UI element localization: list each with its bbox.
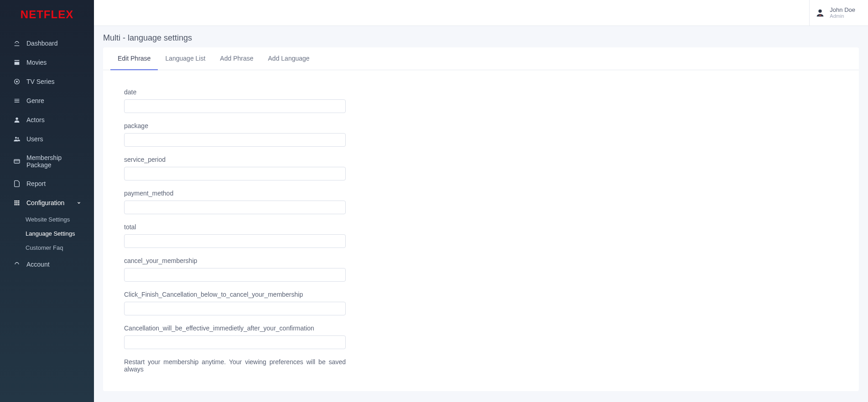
svg-rect-9 [15,202,16,204]
tab-language-list[interactable]: Language List [158,47,213,70]
svg-rect-6 [15,201,16,202]
svg-rect-5 [14,160,20,163]
sidebar-item-label: Actors [26,116,81,124]
page-title: Multi - language settings [94,26,868,47]
field-label: service_period [124,156,447,163]
movie-icon [13,58,21,67]
chevron-down-icon [77,201,81,205]
field-input-service-period[interactable] [124,167,346,180]
field-total: total [124,223,447,248]
sidebar-item-label: Configuration [26,199,77,206]
brand-logo[interactable]: NETFLEX [0,0,94,29]
sidebar-item-label: TV Series [26,78,81,85]
sidebar-item-report[interactable]: Report [0,174,94,193]
field-package: package [124,122,447,147]
field-input-date[interactable] [124,99,346,113]
field-date: date [124,88,447,113]
svg-point-3 [15,137,17,139]
avatar-icon [815,8,825,18]
user-texts: John Doe Admin [830,6,855,20]
list-icon [13,97,21,105]
field-label: date [124,88,447,96]
svg-rect-10 [16,202,18,204]
subnav-item-customer-faq[interactable]: Customer Faq [0,241,94,255]
sidebar-item-genre[interactable]: Genre [0,91,94,110]
people-icon [13,135,21,143]
subnav-item-language-settings[interactable]: Language Settings [0,227,94,241]
svg-rect-11 [18,202,20,204]
sidebar-item-dashboard[interactable]: Dashboard [0,34,94,53]
user-name: John Doe [830,6,855,14]
svg-point-1 [16,81,18,82]
user-menu[interactable]: John Doe Admin [809,0,861,26]
sidebar-item-account[interactable]: Account [0,255,94,274]
sidebar-item-movies[interactable]: Movies [0,53,94,72]
field-label: Cancellation_will_be_effective_immedietl… [124,325,447,332]
sidebar-item-label: Genre [26,97,81,104]
field-input-payment-method[interactable] [124,201,346,214]
form-area: date package service_period payment_meth… [103,70,468,391]
topbar: John Doe Admin [94,0,868,26]
sidebar-item-label: Dashboard [26,40,81,47]
svg-point-15 [819,10,822,13]
user-role: Admin [830,13,855,19]
sidebar-item-tv-series[interactable]: TV Series [0,72,94,91]
sidebar-item-label: Users [26,135,81,143]
sidebar-item-label: Membership Package [26,154,81,169]
sidebar-item-label: Report [26,180,81,187]
field-input-cancel-membership[interactable] [124,268,346,282]
tab-add-language[interactable]: Add Language [261,47,317,70]
tv-icon [13,77,21,86]
sidebar-item-actors[interactable]: Actors [0,110,94,129]
svg-rect-8 [18,201,20,202]
tabs: Edit Phrase Language List Add Phrase Add… [103,47,859,70]
field-payment-method: payment_method [124,190,447,214]
sidebar-item-label: Account [26,261,81,268]
subnav-configuration: Website Settings Language Settings Custo… [0,212,94,255]
field-label-cutoff: Restart your membership anytime. Your vi… [124,358,346,373]
sidebar-item-membership[interactable]: Membership Package [0,149,94,174]
sidebar: NETFLEX Dashboard Movies TV Series Genre [0,0,94,402]
sidebar-item-configuration[interactable]: Configuration [0,193,94,212]
field-label: Click_Finish_Cancellation_below_to_cance… [124,291,447,298]
tab-edit-phrase[interactable]: Edit Phrase [110,47,158,70]
field-input-cancellation-effective[interactable] [124,335,346,349]
field-cancel-membership: cancel_your_membership [124,257,447,282]
svg-rect-14 [18,204,20,206]
content-card: Edit Phrase Language List Add Phrase Add… [103,47,859,391]
field-input-click-finish[interactable] [124,302,346,315]
svg-point-4 [17,137,19,139]
svg-rect-13 [16,204,18,206]
field-cancellation-effective: Cancellation_will_be_effective_immedietl… [124,325,447,349]
field-label: cancel_your_membership [124,257,447,264]
sidebar-item-users[interactable]: Users [0,129,94,149]
svg-rect-12 [15,204,16,206]
subnav-item-website-settings[interactable]: Website Settings [0,212,94,227]
field-label: package [124,122,447,129]
card-icon [13,157,21,165]
grid-icon [13,199,21,207]
sidebar-nav: Dashboard Movies TV Series Genre Actors [0,29,94,278]
tab-add-phrase[interactable]: Add Phrase [213,47,260,70]
svg-point-2 [16,118,18,120]
field-input-package[interactable] [124,133,346,147]
dashboard-icon [13,39,21,47]
report-icon [13,180,21,188]
account-icon [13,260,21,268]
sidebar-item-label: Movies [26,59,81,66]
field-label: payment_method [124,190,447,197]
main-area: John Doe Admin Multi - language settings… [94,0,868,402]
field-click-finish: Click_Finish_Cancellation_below_to_cance… [124,291,447,315]
field-service-period: service_period [124,156,447,180]
person-icon [13,116,21,124]
field-input-total[interactable] [124,234,346,248]
svg-rect-7 [16,201,18,202]
field-label: total [124,223,447,231]
